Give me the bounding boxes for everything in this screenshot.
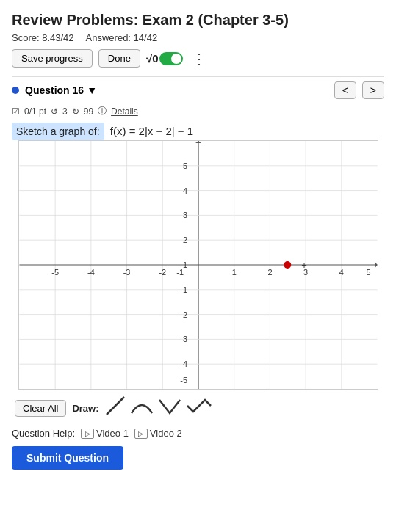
svg-line-42 [107,397,124,415]
svg-text:4: 4 [183,186,187,195]
corner-tool[interactable] [158,396,181,420]
save-progress-button[interactable]: Save progress [12,49,93,68]
toggle-switch[interactable] [159,52,183,65]
svg-text:-5: -5 [51,268,59,277]
video2-link[interactable]: ▷ Video 2 [134,428,182,439]
draw-label: Draw: [72,403,98,414]
question-help-label: Question Help: [12,428,75,439]
svg-text:5: 5 [183,161,187,170]
svg-text:2: 2 [267,268,272,277]
prev-question-button[interactable]: < [334,81,356,99]
pts-label: 0/1 pt [24,106,46,117]
next-question-button[interactable]: > [362,81,384,99]
question-selector[interactable]: Question 16 ▼ [25,84,97,96]
clear-all-button[interactable]: Clear All [15,400,66,417]
problem-equation: f(x) = 2|x − 2| − 1 [110,125,193,137]
page-title: Review Problems: Exam 2 (Chapter 3-5) [12,10,384,29]
chevron-down-icon: ▼ [87,84,97,96]
line-up-tool[interactable] [105,396,126,420]
svg-text:-1: -1 [176,268,184,277]
svg-text:5: 5 [366,268,370,277]
graph-area[interactable]: 5 4 3 2 1 -1 -2 -3 -4 -5 -5 -4 -3 -2 -1 … [18,140,378,390]
score-display: Score: 8.43/42 [12,32,74,43]
submit-question-button[interactable]: Submit Question [12,446,123,470]
check-tool[interactable] [186,396,212,420]
video1-icon: ▷ [81,429,94,439]
more-menu-button[interactable]: ⋮ [192,50,206,68]
svg-text:-4: -4 [180,360,187,368]
svg-text:2: 2 [183,236,187,244]
problem-prompt: Sketch a graph of: [12,123,104,140]
answered-display: Answered: 14/42 [86,32,158,43]
refresh-count: 99 [84,106,93,117]
svg-text:+: + [301,260,307,271]
question-dot [12,87,19,94]
svg-text:-2: -2 [180,310,187,319]
arch-tool[interactable] [130,396,154,420]
video2-icon: ▷ [134,429,148,439]
done-button[interactable]: Done [98,49,140,68]
retry-count: 3 [62,106,68,117]
svg-text:-1: -1 [180,285,187,294]
svg-text:4: 4 [339,268,343,277]
svg-text:-4: -4 [87,268,95,277]
refresh-icon: ↻ [72,106,79,117]
svg-text:3: 3 [183,211,187,219]
svg-text:-3: -3 [123,268,130,277]
video1-link[interactable]: ▷ Video 1 [81,428,129,439]
svg-text:-5: -5 [180,376,187,385]
svg-text:-3: -3 [180,335,187,343]
svg-text:-2: -2 [159,268,166,277]
info-icon: ⓘ [98,105,107,117]
sqrt-label: √0 [146,52,159,65]
checkbox-icon: ☑ [12,106,20,117]
graph-point[interactable] [284,261,291,269]
details-label[interactable]: Details [111,106,138,117]
retry-icon: ↺ [51,106,58,117]
svg-text:1: 1 [231,268,236,277]
